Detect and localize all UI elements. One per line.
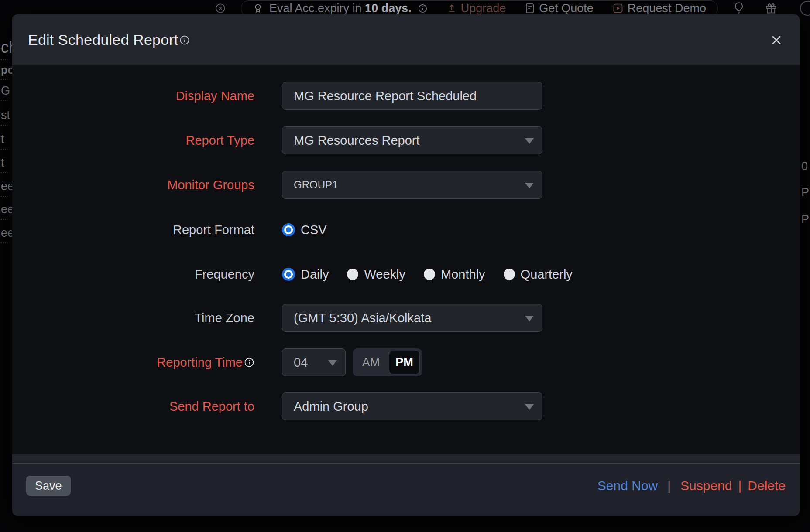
footer-separator: |: [738, 478, 741, 493]
bg-fragment: 0: [801, 160, 808, 173]
save-button[interactable]: Save: [26, 476, 71, 496]
hour-select[interactable]: 04: [282, 348, 346, 376]
dialog-title: Edit Scheduled Report: [28, 31, 178, 48]
radio-daily[interactable]: Daily: [282, 267, 329, 282]
report-type-row: Report Type MG Resources Report: [12, 126, 800, 154]
dialog-header: Edit Scheduled Report: [12, 14, 800, 65]
send-now-link[interactable]: Send Now: [597, 478, 658, 493]
reporting-time-row: Reporting Time 04 AM PM: [12, 348, 800, 376]
time-zone-row: Time Zone (GMT 5:30) Asia/Kolkata: [12, 304, 800, 332]
dialog-footer: Save Send Now | Suspend | Delete: [12, 464, 800, 516]
monitor-groups-label: Monitor Groups: [12, 178, 254, 192]
upgrade-arrow-icon: [447, 3, 456, 13]
frequency-label: Frequency: [12, 267, 254, 282]
edit-scheduled-report-dialog: Edit Scheduled Report Display Name Repor…: [12, 14, 800, 516]
radio-icon: [347, 269, 358, 280]
send-report-to-row: Send Report to Admin Group: [12, 392, 800, 420]
bg-fragment: G: [1, 84, 10, 101]
delete-link[interactable]: Delete: [748, 478, 786, 493]
bg-fragment: st: [1, 109, 10, 126]
info-icon[interactable]: [179, 35, 190, 47]
trial-status-pill: Eval Acc.expiry in 10 days. Upgrade Get …: [241, 0, 718, 17]
footer-separator: |: [667, 478, 671, 493]
request-demo-button[interactable]: Request Demo: [613, 2, 706, 15]
time-zone-select[interactable]: (GMT 5:30) Asia/Kolkata: [282, 304, 542, 332]
send-report-to-label: Send Report to: [12, 399, 254, 414]
report-type-select[interactable]: MG Resources Report: [282, 126, 542, 154]
monitor-groups-select[interactable]: GROUP1: [282, 171, 542, 199]
info-icon[interactable]: [244, 356, 254, 371]
bg-fragment: t: [1, 133, 7, 150]
medal-icon: [253, 3, 263, 14]
report-format-label: Report Format: [12, 223, 254, 237]
display-name-row: Display Name: [12, 82, 800, 110]
radio-icon: [504, 269, 515, 280]
pm-option-selected[interactable]: PM: [389, 351, 420, 374]
am-option[interactable]: AM: [353, 356, 389, 369]
display-name-label: Display Name: [12, 89, 254, 103]
frequency-row: Frequency Daily Weekly Monthly Quarterly: [12, 260, 800, 288]
get-quote-button[interactable]: Get Quote: [525, 2, 594, 15]
lightbulb-icon[interactable]: [733, 2, 745, 15]
reporting-time-label: Reporting Time: [12, 355, 254, 371]
bg-fragment: t: [1, 156, 7, 173]
radio-selected-icon: [286, 227, 291, 232]
radio-quarterly[interactable]: Quarterly: [504, 267, 573, 282]
avatar[interactable]: [800, 1, 810, 16]
quote-doc-icon: [525, 3, 535, 14]
send-report-to-value: Admin Group: [294, 399, 368, 414]
radio-selected-icon: [286, 272, 291, 277]
footer-shadow-strip: [12, 454, 800, 463]
report-type-label: Report Type: [12, 133, 254, 148]
screen: ch po G st t t eek eek eek 0 P P Eval Ac…: [0, 0, 810, 532]
gift-icon[interactable]: [765, 2, 777, 14]
suspend-link[interactable]: Suspend: [680, 478, 732, 493]
send-report-to-select[interactable]: Admin Group: [282, 392, 542, 420]
display-name-input[interactable]: [282, 82, 542, 110]
bg-fragment: P: [801, 213, 809, 226]
trial-expiry-text: Eval Acc.expiry in 10 days.: [269, 2, 412, 15]
time-zone-label: Time Zone: [12, 311, 254, 325]
meridiem-toggle: AM PM: [353, 348, 422, 376]
radio-csv[interactable]: CSV: [282, 223, 327, 237]
time-zone-value: (GMT 5:30) Asia/Kolkata: [294, 311, 431, 325]
monitor-groups-value: GROUP1: [294, 179, 338, 191]
radio-monthly[interactable]: Monthly: [424, 267, 485, 282]
close-icon[interactable]: [769, 33, 784, 48]
circled-x-icon[interactable]: [215, 3, 226, 14]
info-icon[interactable]: [418, 3, 428, 14]
report-format-row: Report Format CSV: [12, 216, 800, 244]
bg-fragment: P: [801, 186, 809, 199]
play-demo-icon: [613, 3, 623, 14]
radio-icon: [424, 269, 435, 280]
monitor-groups-row: Monitor Groups GROUP1: [12, 171, 800, 199]
upgrade-button[interactable]: Upgrade: [447, 2, 506, 15]
hour-value: 04: [294, 355, 308, 370]
report-type-value: MG Resources Report: [294, 133, 420, 148]
radio-weekly[interactable]: Weekly: [347, 267, 405, 282]
